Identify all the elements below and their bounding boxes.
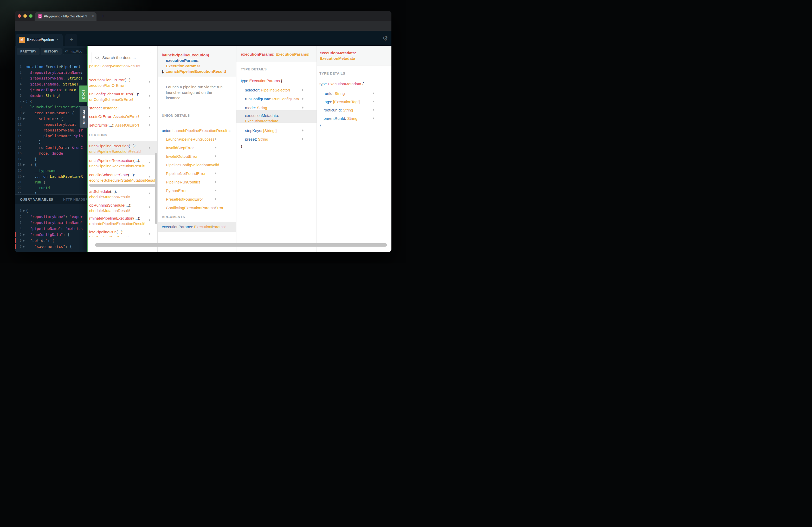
history-button[interactable]: HISTORY <box>41 48 62 55</box>
chevron-right-icon[interactable] <box>149 124 150 126</box>
editor-line[interactable]: } <box>26 156 37 162</box>
playground-new-tab-button[interactable]: + <box>65 34 77 46</box>
chevron-right-icon[interactable] <box>373 117 374 120</box>
chevron-right-icon[interactable] <box>215 164 216 166</box>
chevron-right-icon[interactable] <box>149 206 150 208</box>
editor-line[interactable]: runId <box>26 185 50 191</box>
doc-list-item[interactable]: unchPipelineReexecution(...): <box>89 158 140 163</box>
docs-side-tab[interactable]: DOCS <box>79 86 88 102</box>
union-name[interactable]: LaunchPipelineExecutionResult <box>172 129 227 133</box>
doc-list-item[interactable]: concileSchedulerState(...): <box>89 172 135 178</box>
type-field[interactable]: preset: String <box>245 136 268 142</box>
type-field[interactable]: stepKeys: [String!] <box>245 128 277 133</box>
editor-line[interactable]: launchPipelineExecution( <box>26 104 83 110</box>
type-field[interactable]: mode: String <box>245 105 267 110</box>
chevron-right-icon[interactable] <box>149 219 150 222</box>
editor-line[interactable]: $repositoryLocationName: <box>26 70 83 75</box>
editor-line[interactable]: "repositoryLocationName" <box>26 220 83 226</box>
chevron-right-icon[interactable] <box>373 92 374 94</box>
fold-arrow-icon[interactable] <box>23 176 25 178</box>
doc-list-item-type-line[interactable]: cheduleMutationResult! <box>89 194 130 199</box>
editor-line[interactable]: mode: $mode <box>26 150 63 156</box>
chevron-right-icon[interactable] <box>215 206 216 209</box>
editor-line[interactable]: $runConfigData: RunCo <box>26 87 76 93</box>
union-member[interactable]: PipelineConfigValidationInvalid <box>166 162 219 168</box>
editor-line[interactable]: } <box>26 139 41 145</box>
union-member[interactable]: PipelineNotFoundError <box>166 171 206 176</box>
editor-line[interactable]: __typename <box>26 168 56 174</box>
union-member[interactable]: PresetNotFoundError <box>166 196 203 202</box>
type-name[interactable]: ExecutionMetadata <box>328 81 361 86</box>
editor-line[interactable]: runConfigData: $runC <box>26 145 83 150</box>
chevron-right-icon[interactable] <box>149 161 150 164</box>
type-field-type-line[interactable]: ExecutionMetadata <box>245 118 278 124</box>
type-field[interactable]: tags: [ExecutionTag!] <box>323 99 360 104</box>
chevron-right-icon[interactable] <box>215 138 216 140</box>
playground-tab[interactable]: M ExecutePipeline × <box>16 34 63 46</box>
fold-arrow-icon[interactable] <box>23 118 25 120</box>
browser-tab-close-icon[interactable]: ✕ <box>91 14 95 19</box>
type-field[interactable]: runConfigData: RunConfigData <box>245 96 299 102</box>
editor-line[interactable]: run { <box>26 179 45 185</box>
chevron-right-icon[interactable] <box>149 192 150 195</box>
union-member[interactable]: LaunchPipelineRunSuccess <box>166 136 215 142</box>
chevron-right-icon[interactable] <box>373 100 374 103</box>
chevron-right-icon[interactable] <box>215 155 216 157</box>
chevron-right-icon[interactable] <box>149 115 150 118</box>
doc-list-item[interactable]: letePipelineRun(...): <box>89 229 124 235</box>
type-field[interactable]: parentRunId: String <box>323 116 357 121</box>
minimize-window-button[interactable] <box>24 14 27 18</box>
union-member[interactable]: PipelineRunConflict <box>166 179 200 185</box>
doc-list-item-type-line[interactable]: unchPipelineExecutionResult! <box>89 149 141 154</box>
editor-line[interactable]: $pipelineName: String! <box>26 81 78 87</box>
horizontal-scrollbar[interactable] <box>95 243 387 246</box>
argument-row[interactable]: executionParams: ExecutionParams! <box>158 222 236 232</box>
doc-list-item-type-line[interactable]: unchPipelineReexecutionResult! <box>89 163 145 169</box>
chevron-right-icon[interactable] <box>215 146 216 149</box>
chevron-right-icon[interactable] <box>149 147 150 149</box>
vertical-scrollbar[interactable] <box>155 153 157 224</box>
editor-line[interactable]: mutation ExecutePipeline( <box>26 64 81 70</box>
search-input[interactable] <box>102 54 149 62</box>
chevron-right-icon[interactable] <box>149 176 150 178</box>
doc-list-item[interactable]: ssetsOrError: AssetsOrError! <box>89 114 139 119</box>
chevron-right-icon[interactable] <box>149 94 150 97</box>
tab-http-headers[interactable]: HTTP HEADER <box>63 198 88 201</box>
doc-list-item[interactable]: setOrError(...): AssetOrError! <box>89 122 139 128</box>
tab-query-variables[interactable]: QUERY VARIABLES <box>20 198 53 201</box>
editor-line[interactable]: ) { <box>26 162 37 168</box>
chevron-right-icon[interactable] <box>215 172 216 175</box>
doc-list-item-type-line[interactable]: xecutionPlanOrError! <box>89 82 126 88</box>
editor-line[interactable]: "pipelineName": "metrics <box>26 226 83 231</box>
doc-list-item-type-line[interactable]: unConfigSchemaOrError! <box>89 97 133 102</box>
fold-arrow-icon[interactable] <box>23 101 25 102</box>
doc-list-item-type-line[interactable]: rminatePipelineExecutionResult! <box>89 221 145 226</box>
playground-tab-close-icon[interactable]: × <box>55 37 60 42</box>
refetch-schema-icon[interactable]: ↺ <box>65 48 68 55</box>
chevron-right-icon[interactable] <box>302 129 304 132</box>
union-member[interactable]: PythonError <box>166 188 187 193</box>
editor-line[interactable]: executionParams: { <box>26 110 74 116</box>
editor-line[interactable]: pipelineName: $pip <box>26 133 83 139</box>
editor-line[interactable]: ... on LaunchPipelineR <box>26 174 83 179</box>
type-field[interactable]: runId: String <box>323 91 345 96</box>
fold-arrow-icon[interactable] <box>23 112 25 114</box>
fold-arrow-icon[interactable] <box>23 210 25 212</box>
doc-list-item[interactable]: opRunningSchedule(...): <box>89 202 131 208</box>
close-window-button[interactable] <box>18 14 21 18</box>
docs-search-box[interactable] <box>91 52 151 63</box>
type-field[interactable]: executionMetadata: <box>245 113 279 118</box>
chevron-right-icon[interactable] <box>373 109 374 111</box>
editor-line[interactable]: repositoryName: $r <box>26 127 83 133</box>
editor-line[interactable]: repositoryLocat <box>26 122 76 127</box>
editor-line[interactable]: $mode: String! <box>26 93 61 99</box>
doc-list-item-type-line[interactable]: letePipelineRunResult! <box>89 235 129 237</box>
chevron-right-icon[interactable] <box>302 106 304 109</box>
editor-line[interactable]: { <box>26 208 28 214</box>
horizontal-scrollbar[interactable] <box>89 184 156 187</box>
editor-line[interactable]: "solids": { <box>26 238 54 243</box>
signature-return-type[interactable]: LaunchPipelineExecutionResult! <box>165 69 226 74</box>
fold-arrow-icon[interactable] <box>23 234 25 236</box>
doc-list-item[interactable]: rminatePipelineExecution(...): <box>89 215 140 221</box>
doc-list-item[interactable]: pelineConfigValidationResult! <box>89 65 140 69</box>
